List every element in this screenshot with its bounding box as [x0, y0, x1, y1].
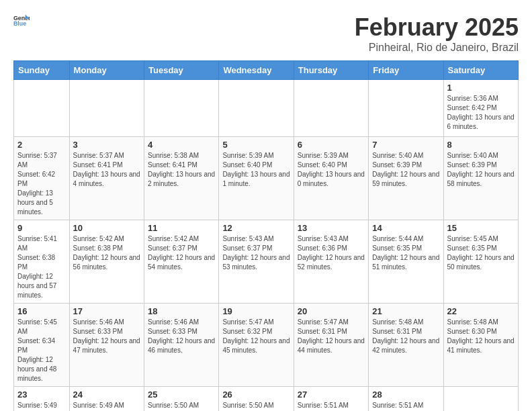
day-number: 20: [298, 306, 365, 316]
day-number: 16: [17, 306, 66, 316]
calendar-cell: 12Sunrise: 5:43 AM Sunset: 6:37 PM Dayli…: [219, 220, 294, 304]
day-info: Sunrise: 5:49 AM Sunset: 6:29 PM Dayligh…: [17, 401, 66, 411]
day-info: Sunrise: 5:51 AM Sunset: 6:25 PM Dayligh…: [372, 401, 439, 411]
day-number: 14: [372, 223, 439, 233]
calendar-cell: 19Sunrise: 5:47 AM Sunset: 6:32 PM Dayli…: [219, 304, 294, 387]
calendar-cell: 7Sunrise: 5:40 AM Sunset: 6:39 PM Daylig…: [369, 137, 443, 220]
calendar-cell: [144, 80, 219, 137]
day-info: Sunrise: 5:37 AM Sunset: 6:42 PM Dayligh…: [17, 151, 66, 217]
calendar-cell: 26Sunrise: 5:50 AM Sunset: 6:27 PM Dayli…: [219, 387, 294, 412]
day-info: Sunrise: 5:50 AM Sunset: 6:27 PM Dayligh…: [222, 401, 290, 411]
calendar-cell: 1Sunrise: 5:36 AM Sunset: 6:42 PM Daylig…: [443, 80, 518, 137]
day-number: 4: [148, 140, 215, 150]
subtitle: Pinheiral, Rio de Janeiro, Brazil: [355, 42, 519, 54]
week-row-1: 1Sunrise: 5:36 AM Sunset: 6:42 PM Daylig…: [14, 80, 519, 137]
calendar-cell: 8Sunrise: 5:40 AM Sunset: 6:39 PM Daylig…: [443, 137, 518, 220]
calendar-cell: 2Sunrise: 5:37 AM Sunset: 6:42 PM Daylig…: [14, 137, 70, 220]
day-info: Sunrise: 5:50 AM Sunset: 6:27 PM Dayligh…: [148, 401, 215, 411]
calendar-cell: 27Sunrise: 5:51 AM Sunset: 6:26 PM Dayli…: [294, 387, 368, 412]
day-info: Sunrise: 5:36 AM Sunset: 6:42 PM Dayligh…: [447, 94, 515, 132]
day-info: Sunrise: 5:40 AM Sunset: 6:39 PM Dayligh…: [447, 151, 515, 189]
calendar-cell: [294, 80, 368, 137]
day-info: Sunrise: 5:43 AM Sunset: 6:36 PM Dayligh…: [298, 234, 365, 272]
day-number: 21: [372, 306, 439, 316]
calendar-cell: 6Sunrise: 5:39 AM Sunset: 6:40 PM Daylig…: [294, 137, 368, 220]
day-info: Sunrise: 5:41 AM Sunset: 6:38 PM Dayligh…: [17, 234, 66, 300]
day-number: 7: [372, 140, 439, 150]
day-info: Sunrise: 5:40 AM Sunset: 6:39 PM Dayligh…: [372, 151, 439, 189]
logo: General Blue: [13, 13, 30, 27]
calendar-cell: 13Sunrise: 5:43 AM Sunset: 6:36 PM Dayli…: [294, 220, 368, 304]
day-number: 27: [298, 390, 365, 400]
week-row-5: 23Sunrise: 5:49 AM Sunset: 6:29 PM Dayli…: [14, 387, 519, 412]
day-number: 25: [148, 390, 215, 400]
day-number: 11: [148, 223, 215, 233]
day-number: 15: [447, 223, 515, 233]
calendar-cell: 15Sunrise: 5:45 AM Sunset: 6:35 PM Dayli…: [443, 220, 518, 304]
day-info: Sunrise: 5:39 AM Sunset: 6:40 PM Dayligh…: [222, 151, 290, 189]
week-row-3: 9Sunrise: 5:41 AM Sunset: 6:38 PM Daylig…: [14, 220, 519, 304]
calendar-cell: 16Sunrise: 5:45 AM Sunset: 6:34 PM Dayli…: [14, 304, 70, 387]
day-info: Sunrise: 5:38 AM Sunset: 6:41 PM Dayligh…: [148, 151, 215, 189]
weekday-header-friday: Friday: [369, 61, 443, 80]
title-area: February 2025 Pinheiral, Rio de Janeiro,…: [355, 13, 519, 54]
day-info: Sunrise: 5:37 AM Sunset: 6:41 PM Dayligh…: [73, 151, 140, 189]
day-number: 23: [17, 390, 66, 400]
day-info: Sunrise: 5:46 AM Sunset: 6:33 PM Dayligh…: [73, 318, 140, 355]
day-number: 24: [73, 390, 140, 400]
svg-text:Blue: Blue: [13, 20, 26, 27]
main-title: February 2025: [355, 13, 519, 42]
calendar-cell: [443, 387, 518, 412]
day-number: 6: [298, 140, 365, 150]
day-info: Sunrise: 5:45 AM Sunset: 6:34 PM Dayligh…: [17, 318, 66, 383]
calendar-cell: 14Sunrise: 5:44 AM Sunset: 6:35 PM Dayli…: [369, 220, 443, 304]
day-number: 9: [17, 223, 66, 233]
calendar-cell: 10Sunrise: 5:42 AM Sunset: 6:38 PM Dayli…: [69, 220, 144, 304]
day-info: Sunrise: 5:46 AM Sunset: 6:33 PM Dayligh…: [148, 318, 215, 355]
calendar-cell: [69, 80, 144, 137]
day-info: Sunrise: 5:51 AM Sunset: 6:26 PM Dayligh…: [298, 401, 365, 411]
day-info: Sunrise: 5:45 AM Sunset: 6:35 PM Dayligh…: [447, 234, 515, 272]
day-info: Sunrise: 5:47 AM Sunset: 6:31 PM Dayligh…: [298, 318, 365, 355]
day-info: Sunrise: 5:39 AM Sunset: 6:40 PM Dayligh…: [298, 151, 365, 189]
day-number: 26: [222, 390, 290, 400]
day-info: Sunrise: 5:42 AM Sunset: 6:38 PM Dayligh…: [73, 234, 140, 272]
day-number: 3: [73, 140, 140, 150]
day-number: 12: [222, 223, 290, 233]
logo-icon: General Blue: [13, 13, 30, 27]
day-number: 8: [447, 140, 515, 150]
weekday-header-tuesday: Tuesday: [144, 61, 219, 80]
day-info: Sunrise: 5:48 AM Sunset: 6:30 PM Dayligh…: [447, 318, 515, 355]
calendar-cell: 3Sunrise: 5:37 AM Sunset: 6:41 PM Daylig…: [69, 137, 144, 220]
calendar-cell: 23Sunrise: 5:49 AM Sunset: 6:29 PM Dayli…: [14, 387, 70, 412]
weekday-header-monday: Monday: [69, 61, 144, 80]
weekday-header-saturday: Saturday: [443, 61, 518, 80]
weekday-header-row: SundayMondayTuesdayWednesdayThursdayFrid…: [14, 61, 519, 80]
weekday-header-sunday: Sunday: [14, 61, 70, 80]
day-number: 19: [222, 306, 290, 316]
day-number: 17: [73, 306, 140, 316]
header: General Blue February 2025 Pinheiral, Ri…: [13, 13, 519, 54]
calendar-cell: 28Sunrise: 5:51 AM Sunset: 6:25 PM Dayli…: [369, 387, 443, 412]
day-number: 10: [73, 223, 140, 233]
day-info: Sunrise: 5:49 AM Sunset: 6:28 PM Dayligh…: [73, 401, 140, 411]
day-number: 18: [148, 306, 215, 316]
day-number: 2: [17, 140, 66, 150]
calendar-cell: [14, 80, 70, 137]
calendar-cell: 22Sunrise: 5:48 AM Sunset: 6:30 PM Dayli…: [443, 304, 518, 387]
day-number: 22: [447, 306, 515, 316]
calendar-cell: [219, 80, 294, 137]
calendar-cell: 21Sunrise: 5:48 AM Sunset: 6:31 PM Dayli…: [369, 304, 443, 387]
day-number: 1: [447, 83, 515, 93]
weekday-header-thursday: Thursday: [294, 61, 368, 80]
week-row-4: 16Sunrise: 5:45 AM Sunset: 6:34 PM Dayli…: [14, 304, 519, 387]
week-row-2: 2Sunrise: 5:37 AM Sunset: 6:42 PM Daylig…: [14, 137, 519, 220]
calendar-table: SundayMondayTuesdayWednesdayThursdayFrid…: [13, 60, 519, 411]
calendar-cell: 9Sunrise: 5:41 AM Sunset: 6:38 PM Daylig…: [14, 220, 70, 304]
day-number: 13: [298, 223, 365, 233]
calendar-cell: [369, 80, 443, 137]
calendar-cell: 24Sunrise: 5:49 AM Sunset: 6:28 PM Dayli…: [69, 387, 144, 412]
day-info: Sunrise: 5:48 AM Sunset: 6:31 PM Dayligh…: [372, 318, 439, 355]
calendar-cell: 20Sunrise: 5:47 AM Sunset: 6:31 PM Dayli…: [294, 304, 368, 387]
weekday-header-wednesday: Wednesday: [219, 61, 294, 80]
